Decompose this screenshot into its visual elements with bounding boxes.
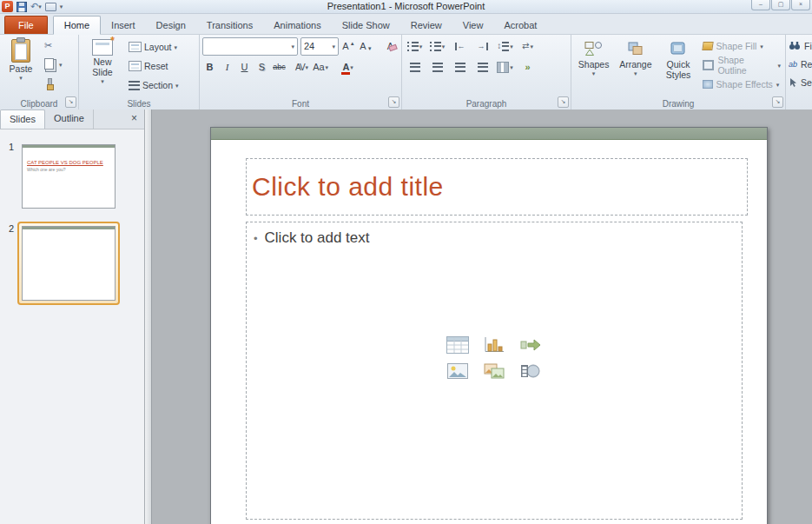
italic-button[interactable]: I: [220, 58, 234, 76]
slide-1-thumbnail[interactable]: CAT PEOPLE VS DOG PEOPLE Which one are y…: [17, 140, 120, 213]
align-left-icon: [410, 63, 420, 72]
decrease-indent-button[interactable]: ←: [450, 37, 470, 56]
underline-button[interactable]: U: [237, 58, 252, 76]
find-icon: [789, 41, 801, 50]
replace-icon: ab: [789, 60, 797, 69]
bold-button[interactable]: B: [202, 58, 217, 76]
insert-clipart-icon[interactable]: [481, 361, 507, 381]
numbering-icon: [430, 42, 432, 51]
tab-acrobat[interactable]: Acrobat: [493, 17, 547, 34]
cut-icon: ✂: [44, 40, 52, 51]
customize-qat-button[interactable]: ▾: [60, 3, 63, 10]
text-direction-icon: ⇄: [522, 42, 529, 50]
cut-button[interactable]: ✂: [41, 36, 66, 54]
slide-1-band: [23, 145, 115, 148]
tab-slide-show[interactable]: Slide Show: [332, 17, 400, 34]
editing-group-label: Editing: [786, 99, 812, 109]
clear-formatting-button[interactable]: A: [383, 37, 398, 55]
insert-smartart-icon[interactable]: [518, 335, 544, 355]
select-button[interactable]: Select ▾: [789, 74, 812, 90]
numbering-button[interactable]: ▾: [427, 37, 447, 56]
clear-formatting-icon: A: [387, 41, 393, 51]
tab-insert[interactable]: Insert: [101, 17, 146, 34]
tab-outline[interactable]: Outline: [45, 109, 94, 129]
bullets-button[interactable]: ▾: [405, 37, 425, 56]
content-placeholder[interactable]: • Click to add text: [246, 222, 743, 520]
align-right-button[interactable]: [450, 58, 470, 76]
start-slideshow-button[interactable]: [45, 3, 56, 11]
shapes-button[interactable]: Shapes ▾: [574, 36, 613, 97]
title-placeholder[interactable]: Click to add title: [246, 158, 748, 216]
insert-chart-icon[interactable]: [481, 335, 507, 355]
slide-editing-area: Click to add title • Click to add text: [152, 109, 812, 524]
tab-review[interactable]: Review: [400, 17, 452, 34]
minimize-button[interactable]: –: [751, 0, 770, 10]
slides-group-label: Slides: [79, 99, 199, 109]
tab-slides-thumbnails[interactable]: Slides: [0, 109, 45, 129]
tab-animations[interactable]: Animations: [263, 17, 331, 34]
shape-outline-button[interactable]: Shape Outline▾: [701, 56, 782, 74]
tab-file[interactable]: File: [4, 16, 48, 34]
slide-canvas[interactable]: Click to add title • Click to add text: [210, 127, 768, 524]
clipboard-dialog-launcher[interactable]: ↘: [65, 96, 76, 108]
window-controls: – ▢ ×: [751, 0, 810, 10]
font-name-select[interactable]: ▾: [202, 37, 298, 56]
maximize-button[interactable]: ▢: [771, 0, 790, 10]
align-center-button[interactable]: [427, 58, 447, 76]
grow-font-button[interactable]: A▲: [341, 37, 356, 55]
increase-indent-button[interactable]: →: [472, 37, 492, 56]
shape-effects-button[interactable]: Shape Effects▾: [701, 76, 782, 93]
change-case-button[interactable]: Aa▾: [312, 58, 329, 76]
shrink-font-button[interactable]: A▼: [359, 37, 373, 55]
paste-button[interactable]: Paste ▾: [3, 36, 39, 97]
pane-splitter[interactable]: [145, 109, 152, 524]
format-painter-button[interactable]: [41, 75, 66, 92]
layout-button[interactable]: Layout▾: [125, 38, 182, 56]
tab-view[interactable]: View: [452, 17, 494, 34]
reset-button[interactable]: Reset: [125, 57, 182, 75]
columns-button[interactable]: ▾: [495, 58, 515, 76]
decrease-indent-icon: ←: [455, 43, 465, 50]
font-color-button[interactable]: A▾: [340, 58, 355, 76]
copy-button[interactable]: ▾: [41, 56, 66, 73]
slide-2-thumbnail[interactable]: [17, 222, 120, 305]
text-direction-button[interactable]: ⇄▾: [518, 37, 538, 56]
shape-outline-icon: [703, 60, 715, 70]
copy-icon: [44, 58, 54, 70]
font-size-select[interactable]: 24▾: [300, 37, 339, 56]
save-icon: [17, 2, 27, 12]
replace-button[interactable]: ab Replace ▾: [789, 56, 812, 72]
ribbon-group-drawing: Shapes ▾ Arrange ▾ Quick Styles Shape Fi…: [571, 34, 786, 109]
insert-picture-icon[interactable]: [445, 361, 471, 381]
justify-button[interactable]: [472, 58, 492, 76]
section-button[interactable]: Section▾: [125, 76, 182, 94]
convert-to-smartart-button[interactable]: »: [518, 58, 538, 76]
shape-fill-button[interactable]: Shape Fill▾: [701, 37, 782, 55]
close-button[interactable]: ×: [791, 0, 810, 10]
new-slide-button[interactable]: New Slide ▾: [82, 36, 123, 97]
find-button[interactable]: Find: [789, 37, 812, 54]
drawing-group-label: Drawing: [571, 99, 785, 109]
tab-transitions[interactable]: Transitions: [196, 17, 263, 34]
font-dialog-launcher[interactable]: ↘: [388, 96, 399, 108]
text-shadow-button[interactable]: S: [254, 58, 269, 76]
align-center-icon: [432, 63, 443, 72]
align-left-button[interactable]: [405, 58, 425, 76]
slide-1-title: CAT PEOPLE VS DOG PEOPLE: [27, 160, 113, 165]
arrange-button[interactable]: Arrange ▾: [615, 36, 656, 97]
insert-media-icon[interactable]: [518, 361, 544, 381]
tab-home[interactable]: Home: [53, 16, 101, 35]
quick-styles-button[interactable]: Quick Styles: [657, 36, 698, 97]
save-button[interactable]: [17, 2, 27, 12]
font-group-label: Font: [200, 99, 401, 109]
character-spacing-button[interactable]: AV▾: [294, 58, 309, 76]
line-spacing-button[interactable]: ↕▾: [495, 37, 515, 56]
drawing-dialog-launcher[interactable]: ↘: [772, 96, 783, 108]
strikethrough-button[interactable]: abc: [272, 58, 287, 76]
undo-button[interactable]: ↶▾: [30, 1, 42, 12]
powerpoint-app-icon[interactable]: P: [2, 1, 13, 12]
insert-table-icon[interactable]: [445, 335, 471, 355]
close-pane-button[interactable]: ×: [124, 109, 144, 129]
paragraph-dialog-launcher[interactable]: ↘: [558, 96, 569, 108]
tab-design[interactable]: Design: [146, 17, 196, 34]
